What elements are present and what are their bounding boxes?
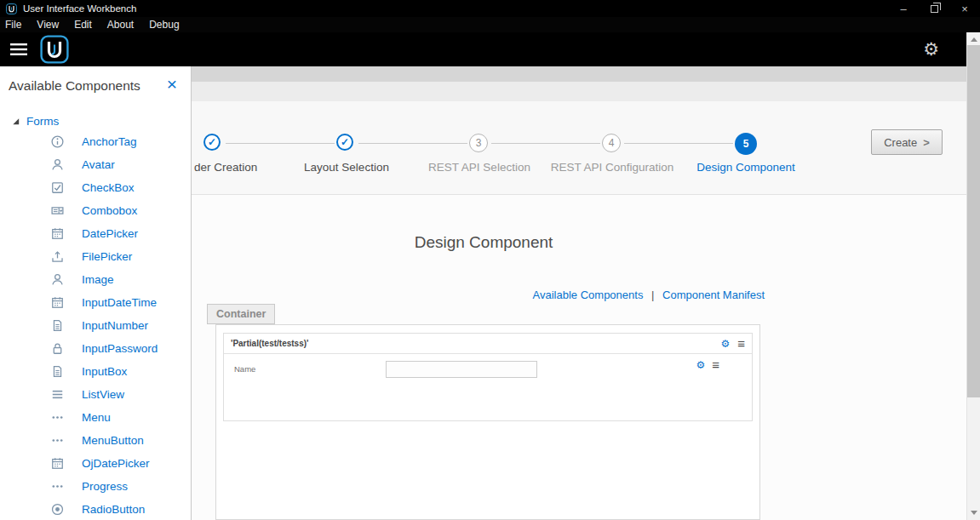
sidebar-item-checkbox[interactable]: CheckBox — [0, 176, 191, 199]
app-header: ⚙ — [0, 32, 980, 66]
step-5-label: Design Component — [661, 161, 831, 174]
tree-group-label: Forms — [26, 115, 59, 128]
sidebar-item-radiobutton[interactable]: RadioButton — [0, 498, 191, 520]
container-tab[interactable]: Container — [207, 304, 275, 324]
close-button[interactable]: × — [949, 0, 980, 17]
sidebar-item-inputdatetime[interactable]: InputDateTime — [0, 291, 191, 314]
available-components-link[interactable]: Available Components — [533, 289, 644, 301]
window-controls: – × — [888, 0, 980, 17]
toolbar-band — [192, 66, 966, 82]
step-4-circle[interactable]: 4 — [602, 134, 621, 152]
component-manifest-link[interactable]: Component Manifest — [662, 289, 765, 301]
component-label: DatePicker — [82, 227, 138, 240]
vertical-scrollbar[interactable] — [966, 32, 980, 520]
close-icon: × — [961, 3, 968, 15]
menu-handle-icon[interactable]: ≡ — [737, 339, 745, 349]
step-connector — [358, 143, 467, 144]
component-label: Image — [82, 273, 114, 286]
available-components-panel: Available Components × Forms AnchorTag A… — [0, 66, 192, 520]
step-1-label: der Creation — [194, 161, 257, 174]
minimize-button[interactable]: – — [888, 0, 919, 17]
sidebar-item-image[interactable]: Image — [0, 268, 191, 291]
check-icon: ✓ — [208, 136, 216, 148]
info-icon — [50, 134, 65, 149]
component-label: InputDateTime — [82, 296, 157, 309]
subheader-band — [192, 82, 966, 101]
step-connector — [491, 143, 600, 144]
step-3-circle[interactable]: 3 — [469, 134, 488, 152]
component-label: MenuButton — [82, 434, 144, 447]
component-label: Avatar — [82, 158, 115, 171]
component-label: Combobox — [82, 204, 137, 217]
menu-about[interactable]: About — [100, 19, 141, 31]
menu-file[interactable]: File — [0, 19, 29, 31]
sidebar-item-listview[interactable]: ListView — [0, 383, 191, 406]
lock-icon — [50, 341, 65, 356]
menu-debug[interactable]: Debug — [141, 19, 186, 31]
component-label: RadioButton — [82, 503, 145, 516]
step-1-circle[interactable]: ✓ — [203, 134, 221, 151]
avatar-icon — [50, 157, 65, 172]
component-label: OjDatePicker — [82, 457, 150, 470]
components-tree: Forms AnchorTag Avatar CheckBox Combobox… — [0, 111, 191, 520]
sidebar-item-inputpassword[interactable]: InputPassword — [0, 337, 191, 360]
step-5-circle[interactable]: 5 — [735, 133, 757, 155]
step-2-circle[interactable]: ✓ — [336, 134, 353, 151]
tree-group-forms[interactable]: Forms — [0, 111, 191, 130]
minimize-icon: – — [900, 3, 906, 15]
hamburger-icon[interactable] — [9, 43, 29, 56]
combobox-icon — [50, 203, 65, 218]
component-label: InputBox — [82, 365, 127, 378]
scroll-down-icon[interactable] — [971, 511, 977, 515]
sidebar-item-inputbox[interactable]: InputBox — [0, 360, 191, 383]
sidebar-item-avatar[interactable]: Avatar — [0, 153, 191, 176]
partial-title: 'Partial(test/testss)' — [224, 339, 308, 348]
sidebar-item-inputnumber[interactable]: InputNumber — [0, 314, 191, 337]
gear-icon[interactable]: ⚙ — [923, 39, 939, 60]
component-label: ListView — [82, 388, 124, 401]
component-label: FilePicker — [82, 250, 132, 263]
page-title: Design Component — [207, 233, 760, 252]
links-separator: | — [646, 289, 659, 301]
scroll-up-icon[interactable] — [971, 37, 977, 42]
menu-bar: File View Edit About Debug — [0, 17, 980, 32]
sidebar-item-progress[interactable]: Progress — [0, 475, 191, 498]
view-switch-links: Available Components | Component Manifes… — [207, 289, 765, 301]
document-icon — [50, 364, 65, 379]
close-icon[interactable]: × — [167, 75, 177, 93]
partial-header-actions: ⚙ ≡ — [720, 339, 745, 349]
create-button[interactable]: Create > — [871, 129, 943, 155]
calendar-icon — [50, 295, 65, 310]
name-input[interactable] — [386, 361, 537, 378]
checkbox-icon — [50, 180, 65, 195]
menu-view[interactable]: View — [29, 19, 66, 31]
sidebar-item-combobox[interactable]: Combobox — [0, 199, 191, 222]
sidebar-item-anchortag[interactable]: AnchorTag — [0, 130, 191, 153]
radio-icon — [50, 502, 65, 517]
sidebar-item-filepicker[interactable]: FilePicker — [0, 245, 191, 268]
container-tab-label: Container — [216, 308, 266, 320]
design-canvas-panel: 'Partial(test/testss)' ⚙ ≡ Name ⚙ ≡ — [215, 324, 760, 520]
sidebar-item-menu[interactable]: Menu — [0, 406, 191, 429]
sidebar-item-ojdatepicker[interactable]: OjDatePicker — [0, 452, 191, 475]
partial-header: 'Partial(test/testss)' ⚙ ≡ — [224, 334, 752, 354]
menu-handle-icon[interactable]: ≡ — [712, 360, 719, 370]
gear-icon[interactable]: ⚙ — [696, 360, 705, 370]
step-connector — [624, 143, 733, 144]
scrollbar-thumb[interactable] — [967, 45, 980, 397]
check-icon: ✓ — [341, 136, 349, 148]
partial-component-panel: 'Partial(test/testss)' ⚙ ≡ Name ⚙ ≡ — [223, 333, 753, 421]
sidebar-item-datepicker[interactable]: DatePicker — [0, 222, 191, 245]
triangle-expand-icon — [11, 117, 20, 126]
dots-icon — [50, 433, 65, 448]
person-icon — [50, 272, 65, 287]
sidebar-item-menubutton[interactable]: MenuButton — [0, 429, 191, 452]
gear-icon[interactable]: ⚙ — [720, 339, 730, 349]
restore-button[interactable] — [919, 0, 949, 17]
step-2-label: Layout Selection — [270, 161, 423, 174]
title-bar: User Interface Workbench – × — [0, 0, 980, 17]
menu-edit[interactable]: Edit — [66, 19, 100, 31]
list-icon — [50, 387, 65, 402]
step-connector — [226, 143, 335, 144]
component-label: Progress — [82, 480, 128, 493]
